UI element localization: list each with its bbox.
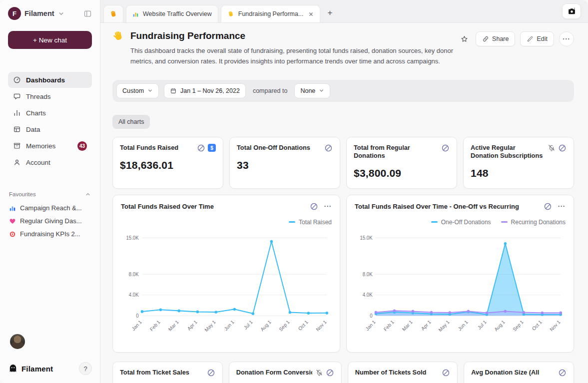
page-header: Fundraising Performance This dashboard t… bbox=[112, 30, 574, 67]
legend-item-one-off-donations[interactable]: One-Off Donations bbox=[431, 219, 491, 226]
filters-bar: Custom Jan 1 – Nov 26, 2022 compared to … bbox=[112, 80, 574, 102]
compare-value: None bbox=[300, 87, 315, 94]
sidebar-item-charts[interactable]: Charts bbox=[8, 105, 92, 121]
tab-website-traffic-overview[interactable]: Website Traffic Overview bbox=[126, 5, 218, 22]
kpi-title: Total from Regular Donations bbox=[354, 144, 430, 160]
chart-menu-button[interactable]: ··· bbox=[558, 203, 566, 210]
kpi-title: Total from Ticket Sales bbox=[120, 369, 189, 377]
kpi-grid: Total Funds Raised $ $18,636.01 Total On… bbox=[112, 137, 574, 189]
svg-text:Sep 1: Sep 1 bbox=[278, 319, 291, 332]
sidebar-item-label: Threads bbox=[26, 93, 51, 100]
legend-item-recurring-donations[interactable]: Recurring Donations bbox=[501, 219, 566, 226]
svg-text:8.0K: 8.0K bbox=[129, 271, 139, 277]
circle-slash-icon[interactable] bbox=[324, 144, 333, 152]
share-button[interactable]: Share bbox=[476, 31, 515, 46]
kpi-value: 33 bbox=[237, 159, 333, 171]
close-tab-icon[interactable] bbox=[308, 11, 314, 17]
range-type-value: Custom bbox=[122, 87, 144, 94]
bell-slash-icon[interactable] bbox=[315, 369, 323, 377]
chart-grid: Total Funds Raised Over Time ··· Total R… bbox=[112, 195, 574, 353]
workspace-chevron-down-icon[interactable] bbox=[58, 10, 64, 17]
dashboard-content: Fundraising Performance This dashboard t… bbox=[100, 23, 588, 383]
tab-label: Website Traffic Overview bbox=[143, 10, 212, 17]
circle-slash-icon[interactable] bbox=[326, 369, 334, 377]
sidebar-header: F Filament bbox=[8, 7, 92, 20]
favourites-list: Campaign Reach &... Regular Giving Das..… bbox=[8, 204, 92, 238]
kpi-card-total-from-regular-donations: Total from Regular Donations $3,800.09 bbox=[346, 137, 457, 189]
kpi-value: $3,800.09 bbox=[354, 167, 450, 179]
mini-bar-chart-icon bbox=[9, 205, 16, 212]
favourite-item-regular-giving[interactable]: Regular Giving Das... bbox=[8, 217, 92, 225]
favourites-header[interactable]: Favourites bbox=[8, 191, 92, 197]
new-chat-button[interactable]: + New chat bbox=[8, 31, 92, 49]
kpi-value: $18,636.01 bbox=[120, 159, 216, 171]
svg-text:4.0K: 4.0K bbox=[363, 292, 373, 298]
chart-menu-button[interactable]: ··· bbox=[324, 203, 332, 210]
sidebar-item-data[interactable]: Data bbox=[8, 121, 92, 137]
kpi-card-total-funds-raised: Total Funds Raised $ $18,636.01 bbox=[112, 137, 223, 189]
sidebar-item-label: Dashboards bbox=[26, 76, 65, 84]
edit-button[interactable]: Edit bbox=[520, 31, 554, 46]
tab-label: Fundraising Performa... bbox=[238, 10, 304, 17]
circle-slash-icon[interactable] bbox=[197, 144, 205, 152]
date-range-picker[interactable]: Jan 1 – Nov 26, 2022 bbox=[164, 83, 246, 98]
favourite-star-button[interactable] bbox=[459, 34, 470, 44]
svg-text:May 1: May 1 bbox=[438, 319, 451, 333]
svg-text:Oct 1: Oct 1 bbox=[531, 319, 543, 331]
circle-slash-icon[interactable] bbox=[544, 202, 552, 211]
screenshot-camera-button[interactable] bbox=[562, 3, 581, 19]
legend-swatch bbox=[289, 221, 295, 223]
new-tab-button[interactable]: + bbox=[323, 5, 337, 20]
sidebar-item-memories[interactable]: Memories 43 bbox=[8, 138, 92, 154]
sidebar-item-dashboards[interactable]: Dashboards bbox=[8, 72, 92, 88]
line-chart-plot: 04.0K8.0K15.0KJan 1Feb 1Mar 1Apr 1May 1J… bbox=[121, 228, 332, 345]
kpi-card-number-of-tickets-sold: Number of Tickets Sold bbox=[348, 362, 458, 383]
area-chart-plot: 04.0K8.0K15.0KJan 1Feb 1Mar 1Apr 1May 1J… bbox=[355, 228, 566, 345]
legend-item-total-raised[interactable]: Total Raised bbox=[289, 219, 332, 226]
compare-select[interactable]: None bbox=[294, 83, 330, 98]
chevron-down-icon bbox=[147, 88, 153, 93]
all-charts-chip[interactable]: All charts bbox=[112, 115, 150, 129]
chevron-up-icon bbox=[85, 191, 91, 197]
kpi-title: Active Regular Donation Subscriptions bbox=[471, 144, 545, 160]
calendar-icon bbox=[170, 87, 177, 94]
legend-label: Total Raised bbox=[299, 219, 332, 226]
circle-slash-icon[interactable] bbox=[441, 144, 450, 152]
kpi-card-total-from-ticket-sales: Total from Ticket Sales bbox=[112, 362, 223, 383]
share-label: Share bbox=[492, 35, 509, 42]
kpi-title: Donation Form Conversion bbox=[236, 369, 312, 377]
user-avatar[interactable] bbox=[10, 334, 25, 349]
tab-fundraising-performance[interactable]: Fundraising Performa... bbox=[221, 5, 321, 22]
circle-slash-icon[interactable] bbox=[442, 369, 450, 377]
circle-slash-icon[interactable] bbox=[310, 202, 318, 211]
date-range-type-select[interactable]: Custom bbox=[116, 83, 159, 98]
chart-legend: One-Off Donations Recurring Donations bbox=[355, 219, 566, 226]
sidebar: F Filament + New chat Dashboards Threads… bbox=[0, 0, 100, 383]
help-button[interactable]: ? bbox=[79, 362, 92, 375]
user-icon bbox=[13, 158, 21, 166]
circle-slash-icon[interactable] bbox=[207, 369, 215, 377]
svg-text:0: 0 bbox=[136, 313, 139, 318]
circle-slash-icon[interactable] bbox=[558, 369, 567, 377]
svg-text:15.0K: 15.0K bbox=[126, 235, 139, 240]
favourite-item-fundraising-kpis[interactable]: Fundraising KPIs 2... bbox=[8, 230, 92, 238]
svg-text:Aug 1: Aug 1 bbox=[259, 319, 272, 332]
favourite-item-label: Campaign Reach &... bbox=[20, 204, 82, 212]
kpi-card-total-one-off-donations: Total One-Off Donations 33 bbox=[229, 137, 340, 189]
sidebar-item-threads[interactable]: Threads bbox=[8, 88, 92, 104]
sidebar-item-account[interactable]: Account bbox=[8, 154, 92, 170]
bell-slash-icon[interactable] bbox=[548, 144, 556, 152]
waving-hand-icon bbox=[112, 30, 124, 42]
circle-slash-icon[interactable] bbox=[558, 144, 567, 152]
favourite-item-campaign-reach[interactable]: Campaign Reach &... bbox=[8, 204, 92, 212]
kpi-card-donation-form-conversion: Donation Form Conversion bbox=[229, 362, 342, 383]
pinned-tab[interactable] bbox=[103, 5, 123, 22]
more-options-button[interactable]: ··· bbox=[559, 31, 574, 46]
page-title: Fundraising Performance bbox=[130, 30, 245, 41]
chart-title: Total Funds Raised Over Time bbox=[121, 203, 214, 210]
chevron-down-icon bbox=[319, 88, 324, 93]
collapse-sidebar-icon[interactable] bbox=[83, 9, 92, 18]
page-header-left: Fundraising Performance This dashboard t… bbox=[112, 30, 459, 67]
tab-bar: Website Traffic Overview Fundraising Per… bbox=[100, 0, 588, 23]
svg-text:8.0K: 8.0K bbox=[363, 271, 373, 277]
